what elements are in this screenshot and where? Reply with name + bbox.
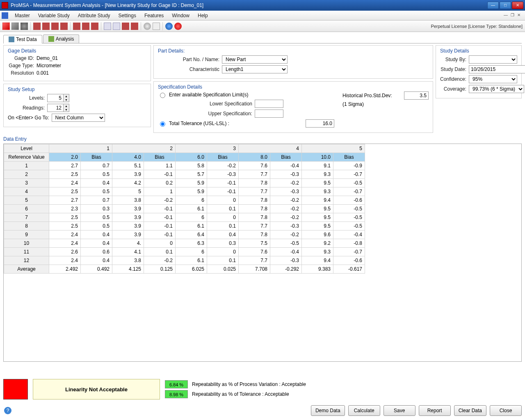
toolbar-help-icon[interactable]	[165, 23, 173, 30]
menu-help[interactable]: Help	[194, 13, 212, 18]
gage-resolution-value: 0.001	[37, 70, 49, 76]
maximize-button[interactable]: □	[500, 2, 511, 9]
toolbar-chart6-icon[interactable]	[82, 23, 89, 30]
levels-spinner[interactable]: ▲▼	[64, 94, 69, 102]
tolerance-input[interactable]	[306, 119, 334, 128]
tab-analysis[interactable]: Analysis	[43, 34, 80, 43]
upper-spec-input[interactable]	[255, 110, 283, 118]
menu-attribute-study[interactable]: Attribute Study	[74, 13, 114, 18]
chart-icon	[48, 36, 54, 42]
license-label: Perpetual License [License Type: Standal…	[431, 24, 523, 29]
toolbar-chart1-icon[interactable]	[33, 23, 41, 30]
readings-spinner[interactable]: ▲▼	[64, 104, 69, 112]
report-button[interactable]: Report	[419, 405, 451, 416]
gage-id-value: Demo_01	[37, 55, 58, 61]
toolbar-chart7-icon[interactable]	[91, 23, 98, 30]
app-icon	[2, 2, 8, 9]
toolbar-wand-icon[interactable]	[2, 23, 10, 30]
mdi-restore-icon[interactable]: ❐	[509, 13, 515, 18]
toolbar-calendar-icon[interactable]	[153, 23, 160, 30]
close-button[interactable]: Close	[490, 405, 522, 416]
menu-variable-study[interactable]: Variable Study	[34, 13, 74, 18]
readings-input[interactable]	[47, 104, 64, 112]
tab-strip: Test Data Analysis	[3, 34, 522, 43]
total-tolerance-radio[interactable]	[160, 121, 165, 127]
repeatability-tol-text: Repeatability as % of Tolerance : Accept…	[192, 391, 289, 397]
grid-icon	[9, 37, 14, 42]
toolbar-grid2-icon[interactable]	[113, 23, 120, 30]
close-window-button[interactable]: ✕	[512, 2, 523, 9]
characteristic-select[interactable]: Length1	[222, 65, 288, 73]
window-title: ProMSA - Measurement System Analysis - […	[11, 2, 487, 8]
minimize-button[interactable]: —	[487, 2, 499, 9]
calculate-button[interactable]: Calculate	[348, 405, 380, 416]
mdi-close-icon[interactable]: ✕	[516, 13, 522, 18]
menu-features[interactable]: Features	[140, 13, 168, 18]
menu-bar: Master Variable Study Attribute Study Se…	[0, 11, 525, 21]
title-bar: ProMSA - Measurement System Analysis - […	[0, 0, 525, 11]
study-details-group: Study Details Study By: Study Date:▾ Con…	[436, 45, 522, 98]
hist-stddev-input[interactable]	[404, 91, 429, 100]
data-entry-grid[interactable]: Level12345Reference Value2.0Bias4.0Bias6…	[3, 144, 522, 362]
repeatability-tol-pct: 8.98 %	[165, 390, 188, 398]
confidence-select[interactable]: 95%	[469, 75, 517, 83]
toolbar-chart5-icon[interactable]	[73, 23, 80, 30]
demo-data-button[interactable]: Demo Data	[311, 405, 345, 416]
lower-spec-input[interactable]	[255, 100, 283, 108]
clear-data-button[interactable]: Clear Data	[454, 405, 486, 416]
repeatability-pv-text: Repeatability as % of Process Variation …	[192, 381, 306, 387]
menu-master[interactable]: Master	[11, 13, 34, 18]
coverage-select[interactable]: 99.73% (6 * Sigma)	[469, 85, 524, 93]
spec-limits-radio[interactable]	[160, 93, 165, 98]
toolbar-brush-icon[interactable]	[11, 23, 19, 30]
toolbar-chart9-icon[interactable]	[131, 23, 138, 30]
repeatability-pv-pct: 6.84 %	[165, 380, 188, 388]
app-menu-icon	[2, 12, 8, 19]
data-entry-label: Data Entry	[3, 136, 522, 142]
study-date-input[interactable]	[469, 65, 525, 73]
menu-settings[interactable]: Settings	[114, 13, 140, 18]
save-button[interactable]: Save	[383, 405, 415, 416]
linearity-status: Linearity Not Acceptable	[33, 379, 160, 399]
on-enter-select[interactable]: Next Column	[52, 114, 105, 122]
help-icon[interactable]: ?	[4, 407, 11, 414]
gage-details-group: Gage Details Gage ID:Demo_01 Gage Type:M…	[3, 45, 151, 81]
levels-input[interactable]	[47, 94, 64, 102]
toolbar-chart8-icon[interactable]	[122, 23, 129, 30]
toolbar: Perpetual License [License Type: Standal…	[0, 21, 525, 32]
study-by-select[interactable]	[469, 55, 517, 64]
toolbar-gear-icon[interactable]	[21, 23, 28, 30]
toolbar-stop-icon[interactable]	[174, 23, 182, 30]
toolbar-chart2-icon[interactable]	[42, 23, 50, 30]
mdi-minimize-icon[interactable]: —	[503, 13, 509, 18]
toolbar-chart4-icon[interactable]	[60, 23, 68, 30]
tab-test-data[interactable]: Test Data	[3, 35, 42, 43]
gage-type-value: Micrometer	[37, 63, 61, 68]
toolbar-grid1-icon[interactable]	[104, 23, 111, 30]
part-no-select[interactable]: New Part	[222, 55, 288, 64]
toolbar-clock-icon[interactable]	[144, 23, 151, 30]
toolbar-chart3-icon[interactable]	[51, 23, 59, 30]
menu-window[interactable]: Window	[168, 13, 194, 18]
study-setup-group: Study Setup Levels: ▲▼ Readings: ▲▼ On <…	[3, 84, 151, 127]
status-color-indicator	[3, 379, 28, 399]
specification-details-group: Specification Details Enter available Sp…	[153, 81, 433, 133]
part-details-group: Part Details: Part No. / Name: New Part …	[153, 45, 433, 79]
